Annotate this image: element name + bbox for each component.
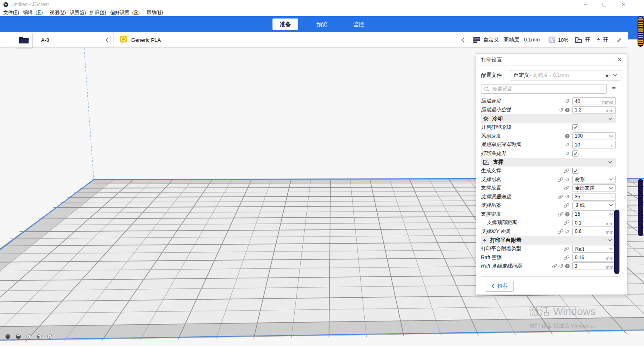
link-icon[interactable] — [564, 255, 570, 260]
section-header[interactable]: ÷打印平台附着 — [481, 236, 616, 245]
computed-value-icon[interactable]: ƒ — [565, 212, 570, 216]
reset-icon[interactable]: ↺ — [565, 229, 570, 234]
dropdown-value: 走线 — [575, 202, 585, 209]
infill-icon — [549, 37, 555, 43]
dropdown-value: Raft — [575, 246, 584, 252]
computed-value-icon[interactable]: ƒ — [565, 108, 570, 112]
maximize-icon — [603, 3, 606, 6]
favorite-star-icon[interactable]: ★ — [605, 72, 609, 78]
link-icon[interactable] — [557, 177, 564, 182]
setting-unit: mm/s — [602, 100, 613, 105]
reset-icon[interactable]: ↺ — [565, 142, 570, 147]
link-icon[interactable] — [551, 264, 557, 268]
window-title: Untitled - JGcreat — [11, 2, 49, 7]
view-front-icon[interactable] — [16, 334, 21, 340]
settings-list: 回抽速度↺mm/s回抽最小空驶↺ƒmm冷却开启打印冷却风扇速度ƒ%最短单层冷却时… — [481, 97, 621, 271]
stage-tab-预览[interactable]: 预览 — [309, 19, 335, 30]
close-button[interactable]: ✕ — [614, 0, 633, 9]
open-file-button[interactable] — [15, 32, 32, 47]
reset-icon[interactable]: ↺ — [559, 107, 564, 113]
profile-name: 自定义 — [514, 72, 529, 79]
link-icon[interactable] — [557, 195, 564, 199]
stage-tab-监控[interactable]: 监控 — [346, 19, 372, 30]
setting-label: 回抽速度 — [481, 98, 501, 105]
setting-label: 打印头提升 — [481, 150, 506, 157]
view-preset-toolbar — [5, 334, 52, 340]
settings-menu-icon[interactable]: ≡ — [607, 85, 621, 93]
link-icon[interactable] — [564, 203, 570, 208]
chevron-down-icon — [609, 204, 613, 207]
computed-value-icon[interactable]: ƒ — [565, 264, 570, 268]
setting-value-input[interactable] — [572, 193, 616, 201]
setting-row: 打印平台附着类型Raft — [481, 245, 616, 253]
setting-row: 支撑悬垂角度↺° — [481, 193, 616, 202]
minimize-button[interactable]: ─ — [576, 0, 595, 9]
dropdown-value: 树形 — [575, 176, 585, 183]
menu-item[interactable]: 设置(S) — [68, 9, 88, 16]
profile-dropdown[interactable]: 自定义 - 高精度 - 0.1mm ★ — [510, 70, 621, 80]
reset-icon[interactable]: ↺ — [565, 177, 570, 182]
setting-label: 回抽最小空驶 — [481, 107, 511, 113]
window-scrollbar-thumb[interactable] — [638, 179, 643, 236]
setting-unit: ° — [611, 195, 613, 200]
material-selector[interactable]: 1 Generic PLA — [114, 32, 161, 47]
section-header[interactable]: 支撑 — [481, 158, 616, 167]
menu-item[interactable]: 编辑（E） — [21, 9, 47, 16]
panel-scrollbar-thumb[interactable] — [614, 210, 619, 274]
view-top-icon[interactable] — [26, 334, 31, 340]
reset-icon[interactable]: ↺ — [559, 264, 564, 269]
setting-dropdown[interactable]: Raft — [572, 245, 616, 253]
setting-unit: s — [611, 143, 613, 148]
link-icon[interactable] — [557, 229, 564, 234]
link-icon[interactable] — [564, 247, 570, 251]
chevron-down-icon — [613, 74, 617, 77]
menu-item[interactable]: 帮助(H) — [144, 9, 165, 16]
setting-dropdown[interactable]: 树形 — [572, 176, 616, 183]
chevron-down-icon — [608, 161, 614, 164]
panel-header[interactable]: 打印设置 ✕ — [476, 54, 627, 66]
setting-row: 支撑X/Y 距离↺mm — [481, 227, 616, 236]
link-icon[interactable] — [564, 220, 570, 225]
chevron-down-icon — [609, 247, 613, 250]
print-settings-summary[interactable]: 自定义 - 高精度 - 0.1mm 10% 开 ÷ 开 — [461, 32, 628, 47]
menu-item[interactable]: 偏好设置（R） — [108, 9, 144, 16]
setting-dropdown[interactable]: 全部支撑 — [572, 184, 616, 192]
chevron-left-icon[interactable] — [105, 37, 109, 43]
chevron-down-icon — [608, 117, 614, 120]
menu-item[interactable]: 文件(F) — [1, 9, 21, 16]
printer-selector[interactable]: A-8 — [32, 32, 114, 47]
menu-item[interactable]: 视图(V) — [47, 9, 68, 16]
setting-row: 最短单层冷却时间↺s — [481, 140, 616, 149]
setting-value-input[interactable] — [572, 141, 616, 148]
link-icon[interactable] — [564, 186, 570, 190]
settings-search-box[interactable] — [481, 84, 607, 94]
link-icon[interactable] — [557, 212, 564, 216]
link-icon[interactable] — [564, 169, 570, 173]
setting-dropdown[interactable]: 走线 — [572, 202, 616, 209]
setting-checkbox[interactable] — [572, 124, 578, 130]
panel-close-icon[interactable]: ✕ — [617, 57, 622, 63]
stage-tab-准备[interactable]: 准备 — [272, 19, 298, 30]
setting-checkbox[interactable] — [572, 150, 578, 157]
computed-value-icon[interactable]: ƒ — [565, 134, 570, 138]
search-input[interactable] — [492, 86, 603, 92]
reset-icon[interactable]: ↺ — [565, 99, 570, 104]
reset-icon[interactable]: ↺ — [565, 151, 570, 156]
view-left-icon[interactable] — [37, 334, 42, 340]
section-header[interactable]: 冷却 — [481, 114, 616, 123]
view-right-icon[interactable] — [47, 334, 52, 340]
menu-item[interactable]: 扩展(X) — [88, 9, 108, 16]
view-3d-icon[interactable] — [5, 334, 10, 340]
setting-checkbox[interactable] — [572, 168, 578, 174]
chevron-left-icon[interactable] — [461, 37, 464, 43]
setting-label: 打印平台附着类型 — [481, 245, 521, 252]
recommended-mode-button[interactable]: 推荐 — [486, 281, 514, 292]
maximize-button[interactable] — [595, 0, 614, 9]
setting-label: Raft 空隙 — [481, 254, 502, 261]
reset-icon[interactable]: ↺ — [565, 194, 570, 200]
print-settings-panel: 打印设置 ✕ 配置文件 自定义 - 高精度 - 0.1mm ★ ≡ 回抽速度↺m… — [476, 54, 627, 295]
setting-row: 开启打印冷却 — [481, 123, 616, 132]
edit-pencil-icon[interactable] — [616, 37, 622, 43]
infill-percentage: 10% — [558, 37, 568, 43]
setting-row: 支撑顶部距离mm — [481, 218, 616, 227]
